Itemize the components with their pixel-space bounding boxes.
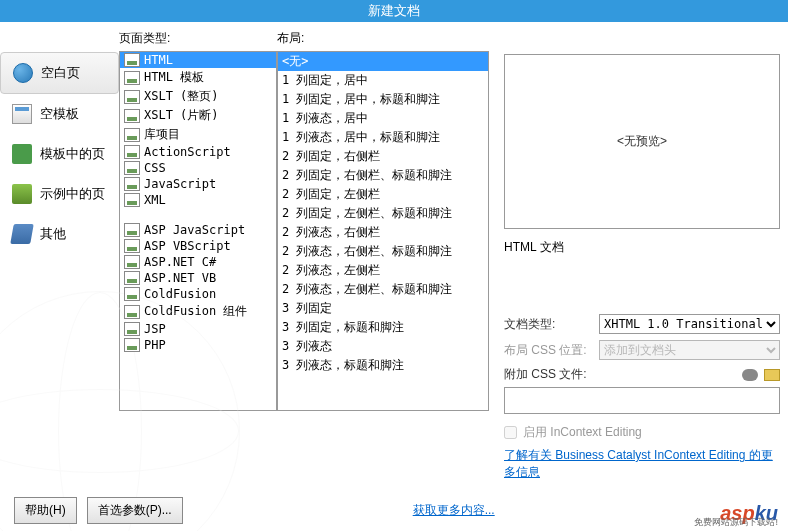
- page-type-item[interactable]: CSS: [120, 160, 276, 176]
- left-nav: 空白页 空模板 模板中的页 示例中的页 其他: [0, 22, 119, 489]
- page-type-item[interactable]: ASP.NET VB: [120, 270, 276, 286]
- nav-other[interactable]: 其他: [0, 214, 119, 254]
- layout-item[interactable]: <无>: [278, 52, 488, 71]
- list-item-label: ActionScript: [144, 145, 231, 159]
- file-icon: [124, 287, 140, 301]
- layout-item[interactable]: 2 列固定，左侧栏、标题和脚注: [278, 204, 488, 223]
- file-icon: [124, 128, 140, 142]
- file-icon: [124, 71, 140, 85]
- layout-item[interactable]: 2 列液态，右侧栏、标题和脚注: [278, 242, 488, 261]
- page-type-item[interactable]: JSP: [120, 321, 276, 337]
- list-item-label: PHP: [144, 338, 166, 352]
- page-type-item[interactable]: ColdFusion 组件: [120, 302, 276, 321]
- link-css-icon[interactable]: [742, 369, 758, 381]
- page-type-list[interactable]: HTMLHTML 模板XSLT (整页)XSLT (片断)库项目ActionSc…: [119, 51, 277, 411]
- layout-item[interactable]: 3 列液态，标题和脚注: [278, 356, 488, 375]
- layout-item[interactable]: 3 列固定: [278, 299, 488, 318]
- file-icon: [124, 145, 140, 159]
- file-icon: [124, 53, 140, 67]
- css-layout-row: 布局 CSS 位置: 添加到文档头: [504, 340, 780, 360]
- page-type-item[interactable]: ColdFusion: [120, 286, 276, 302]
- layout-item[interactable]: 1 列液态，居中: [278, 109, 488, 128]
- page-type-item[interactable]: JavaScript: [120, 176, 276, 192]
- page-type-item[interactable]: HTML 模板: [120, 68, 276, 87]
- layout-item[interactable]: 3 列液态: [278, 337, 488, 356]
- browse-css-icon[interactable]: [764, 369, 780, 381]
- list-item-label: ColdFusion 组件: [144, 303, 247, 320]
- file-icon: [124, 161, 140, 175]
- page-type-item[interactable]: XSLT (片断): [120, 106, 276, 125]
- nav-label: 其他: [40, 225, 66, 243]
- page-type-item[interactable]: 库项目: [120, 125, 276, 144]
- css-attach-list[interactable]: [504, 387, 780, 414]
- file-icon: [124, 338, 140, 352]
- list-item-label: 库项目: [144, 126, 180, 143]
- layout-item[interactable]: 1 列固定，居中，标题和脚注: [278, 90, 488, 109]
- other-icon: [10, 224, 34, 244]
- prefs-button[interactable]: 首选参数(P)...: [87, 497, 183, 524]
- nav-label: 模板中的页: [40, 145, 105, 163]
- file-icon: [124, 322, 140, 336]
- layout-list[interactable]: <无>1 列固定，居中1 列固定，居中，标题和脚注1 列液态，居中1 列液态，居…: [277, 51, 489, 411]
- file-icon: [124, 109, 140, 123]
- doctype-select[interactable]: XHTML 1.0 Transitional: [599, 314, 780, 334]
- file-icon: [124, 305, 140, 319]
- example-icon: [12, 184, 32, 204]
- list-item-label: JSP: [144, 322, 166, 336]
- layout-item[interactable]: 2 列固定，右侧栏: [278, 147, 488, 166]
- nav-label: 空模板: [40, 105, 79, 123]
- layout-item[interactable]: 1 列液态，居中，标题和脚注: [278, 128, 488, 147]
- css-layout-label: 布局 CSS 位置:: [504, 342, 599, 359]
- page-type-item[interactable]: XML: [120, 192, 276, 208]
- page-type-item[interactable]: PHP: [120, 337, 276, 353]
- layout-item[interactable]: 2 列液态，左侧栏: [278, 261, 488, 280]
- nav-from-sample[interactable]: 示例中的页: [0, 174, 119, 214]
- layout-item[interactable]: 2 列固定，左侧栏: [278, 185, 488, 204]
- help-button[interactable]: 帮助(H): [14, 497, 77, 524]
- page-type-item[interactable]: ASP.NET C#: [120, 254, 276, 270]
- nav-label: 空白页: [41, 64, 80, 82]
- list-item-label: ASP VBScript: [144, 239, 231, 253]
- middle-columns: 页面类型: HTMLHTML 模板XSLT (整页)XSLT (片断)库项目Ac…: [119, 22, 489, 489]
- layout-header: 布局:: [277, 22, 489, 51]
- list-item-label: HTML 模板: [144, 69, 204, 86]
- list-item-label: CSS: [144, 161, 166, 175]
- nav-blank-page[interactable]: 空白页: [0, 52, 119, 94]
- footer: 帮助(H) 首选参数(P)... 获取更多内容...: [0, 489, 788, 531]
- page-type-item[interactable]: ASP VBScript: [120, 238, 276, 254]
- title-bar: 新建文档: [0, 0, 788, 22]
- file-icon: [124, 223, 140, 237]
- page-type-item[interactable]: ActionScript: [120, 144, 276, 160]
- list-item-label: XML: [144, 193, 166, 207]
- page-type-item[interactable]: HTML: [120, 52, 276, 68]
- file-icon: [124, 90, 140, 104]
- file-icon: [124, 239, 140, 253]
- list-item-label: ColdFusion: [144, 287, 216, 301]
- preview-box: <无预览>: [504, 54, 780, 229]
- incontext-info-link[interactable]: 了解有关 Business Catalyst InContext Editing…: [504, 447, 780, 481]
- nav-blank-template[interactable]: 空模板: [0, 94, 119, 134]
- layout-item[interactable]: 2 列固定，右侧栏、标题和脚注: [278, 166, 488, 185]
- list-item-label: HTML: [144, 53, 173, 67]
- list-item-label: JavaScript: [144, 177, 216, 191]
- list-item-label: XSLT (片断): [144, 107, 219, 124]
- template-icon: [12, 104, 32, 124]
- layout-column: 布局: <无>1 列固定，居中1 列固定，居中，标题和脚注1 列液态，居中1 列…: [277, 22, 489, 489]
- layout-item[interactable]: 1 列固定，居中: [278, 71, 488, 90]
- watermark-subtitle: 免费网站源码下载站!: [694, 516, 778, 529]
- preview-description: HTML 文档: [504, 239, 780, 256]
- incontext-checkbox: [504, 426, 517, 439]
- layout-item[interactable]: 2 列液态，左侧栏、标题和脚注: [278, 280, 488, 299]
- layout-item[interactable]: 3 列固定，标题和脚注: [278, 318, 488, 337]
- page-type-item[interactable]: XSLT (整页): [120, 87, 276, 106]
- nav-from-template[interactable]: 模板中的页: [0, 134, 119, 174]
- css-attach-label: 附加 CSS 文件:: [504, 366, 587, 383]
- get-more-link[interactable]: 获取更多内容...: [413, 502, 495, 519]
- css-attach-row: 附加 CSS 文件:: [504, 366, 780, 383]
- list-item-label: ASP.NET VB: [144, 271, 216, 285]
- page-type-item[interactable]: ASP JavaScript: [120, 222, 276, 238]
- file-icon: [124, 255, 140, 269]
- css-layout-select: 添加到文档头: [599, 340, 780, 360]
- layout-item[interactable]: 2 列液态，右侧栏: [278, 223, 488, 242]
- right-panel: <无预览> HTML 文档 文档类型: XHTML 1.0 Transition…: [489, 22, 788, 489]
